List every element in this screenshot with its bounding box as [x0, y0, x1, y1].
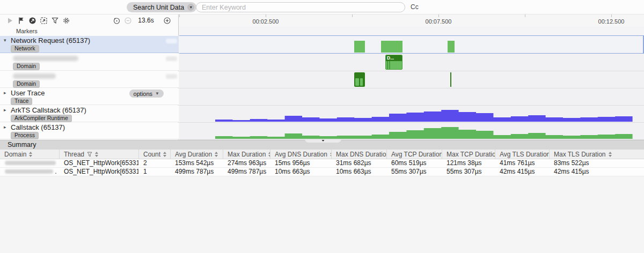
cell-max-tls-duration[interactable]: 83ms 522µs	[549, 159, 644, 168]
sort-icon[interactable]	[215, 152, 218, 157]
request-span-block[interactable]: D...	[385, 55, 402, 70]
time-ruler[interactable]: 00:02.50000:07.50000:12.500	[179, 14, 644, 26]
track-chart-row-3[interactable]	[179, 88, 644, 106]
column-header-avg-tls-duration[interactable]: Avg TLS Duration	[495, 150, 549, 159]
cell-thread[interactable]: OS_NET_HttpWork[65331]	[59, 159, 138, 168]
settings-icon[interactable]	[62, 16, 70, 25]
domain-cell[interactable]: .	[0, 168, 59, 176]
track-title: Callstack (65137)	[11, 123, 65, 131]
cell-max-tls-duration[interactable]: 42ms 415µs	[549, 168, 644, 176]
blurred-domain-name	[13, 56, 78, 61]
cell-avg-tls-duration[interactable]: 41ms 761µs	[495, 159, 549, 168]
options-dropdown[interactable]: options▼	[129, 90, 164, 98]
markers-label: Markers	[16, 28, 38, 34]
cell-avg-tls-duration[interactable]: 42ms 415µs	[495, 168, 549, 176]
request-span-thin[interactable]	[450, 72, 451, 87]
cell-max-tcp-duration[interactable]: 121ms 38µs	[442, 159, 495, 168]
summary-table-row[interactable]: .OS_NET_HttpWork[65331]1499ms 787µs499ms…	[0, 168, 644, 176]
track-row-callstack-65137[interactable]: ▸Callstack (65137)Process	[0, 123, 179, 139]
cell-max-duration[interactable]: 499ms 787µs	[223, 168, 270, 176]
cell-count[interactable]: 2	[138, 159, 170, 168]
cell-thread[interactable]: OS_NET_HttpWork[65331]	[59, 168, 138, 176]
cell-max-dns-duration[interactable]: 10ms 663µs	[331, 168, 386, 176]
network-request-bar[interactable]	[448, 41, 455, 53]
sort-icon[interactable]	[163, 152, 166, 157]
track-title: ArkTS Callstack (65137)	[11, 106, 86, 114]
track-chart-row-0[interactable]	[179, 35, 644, 54]
keyword-search-input[interactable]	[196, 2, 405, 12]
track-chart-row-1[interactable]: D...	[179, 54, 644, 71]
zoom-out-icon[interactable]	[123, 16, 132, 25]
column-header-thread[interactable]: Thread	[59, 150, 138, 159]
network-request-bar[interactable]	[381, 41, 402, 53]
track-row-user-trace[interactable]: ▸User TraceTraceoptions▼	[0, 88, 179, 105]
column-header-avg-duration[interactable]: Avg Duration	[170, 150, 223, 159]
summary-table-row[interactable]: OS_NET_HttpWork[65331]2153ms 542µs274ms …	[0, 159, 644, 168]
callstack-density-chart[interactable]	[179, 123, 644, 140]
expand-arrow-icon[interactable]: ▸	[4, 124, 6, 130]
request-span-block[interactable]	[354, 72, 365, 87]
profiler-window: Search Unit Data ▾ Cc 13.6s Markers ▾Net…	[0, 0, 644, 253]
summary-table-header: DomainThreadCountAvg DurationMax Duratio…	[0, 150, 644, 159]
cell-avg-duration[interactable]: 499ms 787µs	[170, 168, 223, 176]
track-row-network-request-65137[interactable]: ▾Network Request (65137)Network	[0, 36, 179, 53]
track-row-domain-1[interactable]: Domain	[0, 54, 179, 71]
timeline-toolbar: 13.6s	[0, 14, 179, 26]
search-scope-label: Search Unit Data	[133, 4, 184, 11]
track-chart-row-4[interactable]	[179, 106, 644, 123]
cell-avg-duration[interactable]: 153ms 542µs	[170, 159, 223, 168]
blurred-value	[166, 74, 177, 79]
column-header-max-dns-duration[interactable]: Max DNS Duration	[331, 150, 386, 159]
cell-count[interactable]: 1	[138, 168, 170, 176]
sub-span	[355, 78, 359, 86]
column-header-max-duration[interactable]: Max Duration	[223, 150, 270, 159]
sub-span	[389, 61, 390, 69]
column-header-avg-dns-duration[interactable]: Avg DNS Duration	[270, 150, 331, 159]
sort-icon[interactable]	[95, 152, 98, 157]
column-header-count[interactable]: Count	[138, 150, 170, 159]
column-label: Count	[143, 151, 160, 158]
cell-avg-tcp-duration[interactable]: 55ms 307µs	[386, 168, 442, 176]
track-title: User Trace	[11, 89, 45, 97]
column-label: Avg TCP Duration	[391, 151, 442, 158]
zoom-in-icon[interactable]	[163, 16, 171, 25]
track-type-badge: ArkCompiler Runtime	[11, 115, 72, 122]
timer-icon[interactable]	[112, 16, 121, 25]
expand-arrow-icon[interactable]: ▸	[4, 90, 6, 95]
sub-span	[387, 61, 388, 69]
collapse-arrow-icon[interactable]: ▾	[4, 38, 6, 43]
track-chart-row-5[interactable]	[179, 123, 644, 140]
match-case-toggle[interactable]: Cc	[411, 3, 419, 11]
search-scope-dropdown[interactable]: Search Unit Data ▾	[127, 2, 196, 12]
sort-icon[interactable]	[609, 152, 612, 157]
cell-avg-dns-duration[interactable]: 10ms 663µs	[270, 168, 331, 176]
sort-icon[interactable]	[29, 152, 32, 157]
cell-avg-dns-duration[interactable]: 15ms 956µs	[270, 159, 331, 168]
range-select-icon[interactable]	[39, 16, 48, 25]
play-icon[interactable]	[5, 16, 14, 25]
track-row-domain-2[interactable]: Domain	[0, 71, 179, 88]
column-header-max-tls-duration[interactable]: Max TLS Duration	[549, 150, 644, 159]
cell-avg-tcp-duration[interactable]: 60ms 519µs	[386, 159, 442, 168]
sub-span	[360, 78, 363, 86]
expand-arrow-icon[interactable]: ▸	[4, 107, 6, 113]
network-request-bar[interactable]	[354, 41, 365, 53]
column-label: Max Duration	[228, 151, 266, 158]
column-label: Avg DNS Duration	[275, 151, 327, 158]
column-header-max-tcp-duration[interactable]: Max TCP Duration	[442, 150, 495, 159]
blurred-domain	[5, 161, 56, 165]
track-chart-row-2[interactable]	[179, 71, 644, 88]
blurred-domain	[5, 169, 53, 174]
cell-max-duration[interactable]: 274ms 963µs	[223, 159, 270, 168]
column-header-avg-tcp-duration[interactable]: Avg TCP Duration	[386, 150, 442, 159]
goto-icon[interactable]	[28, 16, 36, 25]
filter-icon[interactable]	[50, 16, 59, 25]
flag-icon[interactable]	[17, 16, 25, 25]
domain-cell[interactable]	[0, 159, 59, 168]
track-row-arkts-callstack-65137[interactable]: ▸ArkTS Callstack (65137)ArkCompiler Runt…	[0, 106, 179, 122]
cell-max-dns-duration[interactable]: 31ms 682µs	[331, 159, 386, 168]
cell-max-tcp-duration[interactable]: 55ms 307µs	[442, 168, 495, 176]
column-header-domain[interactable]: Domain	[0, 150, 59, 159]
arkts-callstack-density-chart[interactable]	[179, 106, 644, 123]
chevron-down-icon: ▼	[155, 91, 159, 96]
